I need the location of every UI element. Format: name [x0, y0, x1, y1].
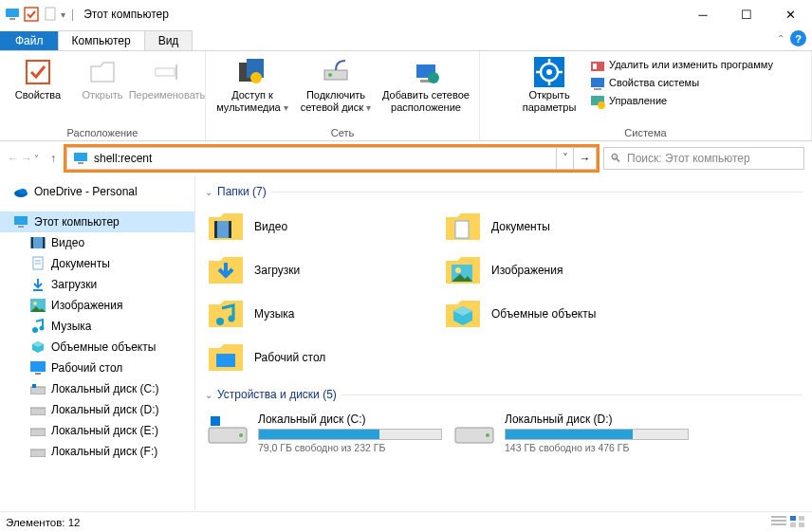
svg-point-63 [239, 433, 243, 437]
tree-drive-d[interactable]: Локальный диск (D:) [0, 399, 194, 420]
svg-point-57 [455, 267, 461, 273]
ribbon: Свойства Открыть Переименовать Расположе… [0, 51, 812, 141]
folder-images[interactable]: Изображения [438, 249, 675, 291]
tree-video[interactable]: Видео [0, 232, 194, 253]
folder-music[interactable]: Музыка [201, 293, 438, 335]
drive-usage-bar [505, 429, 689, 440]
folder-desktop[interactable]: Рабочий стол [201, 337, 438, 378]
tree-drive-f[interactable]: Локальный диск (F:) [0, 441, 194, 462]
media-access-button[interactable]: Доступ к мультимедиа ▾ [213, 55, 291, 114]
download-icon [30, 277, 46, 292]
manage-button[interactable]: Управление [587, 93, 776, 110]
tree-music[interactable]: Музыка [0, 316, 194, 337]
tree-images[interactable]: Изображения [0, 295, 194, 316]
chevron-down-icon: ⌄ [205, 187, 212, 197]
group-system-label: Система [624, 126, 666, 139]
tab-file[interactable]: Файл [0, 31, 59, 50]
svg-rect-5 [156, 68, 175, 76]
uninstall-program-button[interactable]: Удалить или изменить программу [587, 57, 776, 74]
tree-3d-objects[interactable]: Объемные объекты [0, 337, 194, 358]
svg-point-31 [19, 189, 27, 194]
music-icon [30, 319, 46, 334]
back-button[interactable]: ← [8, 152, 19, 165]
view-details-icon[interactable] [770, 515, 787, 530]
svg-point-65 [486, 433, 489, 437]
up-button[interactable]: ↑ [46, 152, 60, 165]
svg-rect-70 [799, 516, 804, 521]
monitor-icon [4, 6, 21, 23]
map-network-drive-button[interactable]: Подключить сетевой диск ▾ [295, 55, 377, 114]
svg-rect-32 [14, 216, 28, 225]
tree-documents[interactable]: Документы [0, 253, 194, 274]
system-properties-button[interactable]: Свойства системы [587, 75, 776, 92]
open-settings-button[interactable]: Открыть параметры [515, 55, 583, 114]
folder-video[interactable]: Видео [201, 206, 438, 248]
section-folders-header[interactable]: ⌄Папки (7) [205, 185, 812, 198]
navigation-tree[interactable]: OneDrive - Personal Этот компьютер Видео… [0, 175, 195, 511]
qa-dropdown-icon[interactable]: ▾ [61, 9, 65, 20]
folder-3d-objects[interactable]: Объемные объекты [438, 293, 675, 335]
svg-rect-25 [594, 88, 601, 90]
drive-icon [30, 444, 46, 459]
tree-drive-c[interactable]: Локальный диск (C:) [0, 378, 194, 399]
desktop-icon [30, 360, 46, 376]
svg-rect-4 [27, 61, 49, 83]
collapse-ribbon-icon[interactable]: ⌃ [777, 33, 784, 44]
address-input[interactable]: shell:recent [94, 152, 556, 165]
close-button[interactable]: ✕ [768, 0, 812, 28]
folder-documents[interactable]: Документы [438, 206, 675, 248]
group-network-label: Сеть [331, 126, 354, 139]
titlebar: ▾ | Этот компьютер ─ ☐ ✕ [0, 0, 812, 28]
tab-view[interactable]: Вид [144, 30, 194, 50]
monitor-icon [13, 214, 28, 229]
qa-checkbox-icon[interactable] [23, 6, 40, 23]
tree-this-pc[interactable]: Этот компьютер [0, 211, 194, 232]
address-highlight: shell:recent ˅ → [64, 144, 600, 173]
help-icon[interactable]: ? [790, 30, 806, 46]
properties-button[interactable]: Свойства [8, 55, 68, 101]
group-location-label: Расположение [67, 126, 138, 139]
address-dropdown-icon[interactable]: ˅ [556, 148, 573, 169]
folder-downloads[interactable]: Загрузки [201, 249, 438, 291]
svg-point-27 [598, 101, 605, 109]
svg-rect-62 [211, 416, 220, 426]
document-icon [30, 256, 46, 271]
svg-point-44 [40, 326, 45, 331]
chevron-down-icon: ⌄ [205, 390, 212, 400]
svg-rect-49 [30, 408, 46, 415]
svg-rect-48 [32, 384, 36, 388]
svg-rect-53 [214, 221, 217, 238]
svg-point-59 [229, 316, 235, 322]
forward-button[interactable]: → [21, 152, 32, 165]
go-button[interactable]: → [574, 147, 597, 170]
drive-c[interactable]: Локальный диск (C:) 79,0 ГБ свободно из … [201, 409, 448, 457]
section-drives-header[interactable]: ⌄Устройства и диски (5) [205, 388, 812, 401]
minimize-button[interactable]: ─ [681, 0, 725, 28]
drive-d[interactable]: Локальный диск (D:) 143 ГБ свободно из 4… [448, 409, 694, 457]
tree-drive-e[interactable]: Локальный диск (E:) [0, 420, 194, 441]
svg-rect-24 [591, 78, 604, 87]
add-network-location-button[interactable]: Добавить сетевое расположение [380, 55, 471, 114]
tree-desktop[interactable]: Рабочий стол [0, 358, 194, 378]
address-bar[interactable]: shell:recent ˅ [66, 147, 574, 170]
svg-rect-60 [216, 354, 235, 367]
svg-rect-51 [30, 449, 46, 457]
qa-doc-icon[interactable] [42, 6, 59, 23]
svg-rect-71 [790, 523, 796, 527]
tree-downloads[interactable]: Загрузки [0, 274, 194, 295]
history-dropdown-icon[interactable]: ˅ [34, 154, 39, 164]
svg-rect-46 [35, 373, 41, 375]
svg-point-58 [216, 318, 224, 325]
view-icons-icon[interactable] [789, 515, 806, 530]
svg-rect-28 [74, 153, 87, 161]
search-input[interactable]: 🔍︎ Поиск: Этот компьютер [603, 147, 804, 170]
svg-rect-23 [593, 64, 597, 69]
tab-computer[interactable]: Компьютер [58, 30, 145, 50]
drive-icon [30, 423, 46, 438]
maximize-button[interactable]: ☐ [725, 0, 768, 28]
tree-onedrive[interactable]: OneDrive - Personal [0, 181, 194, 202]
ribbon-tabs: Файл Компьютер Вид ⌃ ? [0, 28, 812, 51]
drive-icon [30, 381, 46, 396]
svg-point-17 [546, 69, 552, 75]
cube-icon [30, 339, 46, 355]
